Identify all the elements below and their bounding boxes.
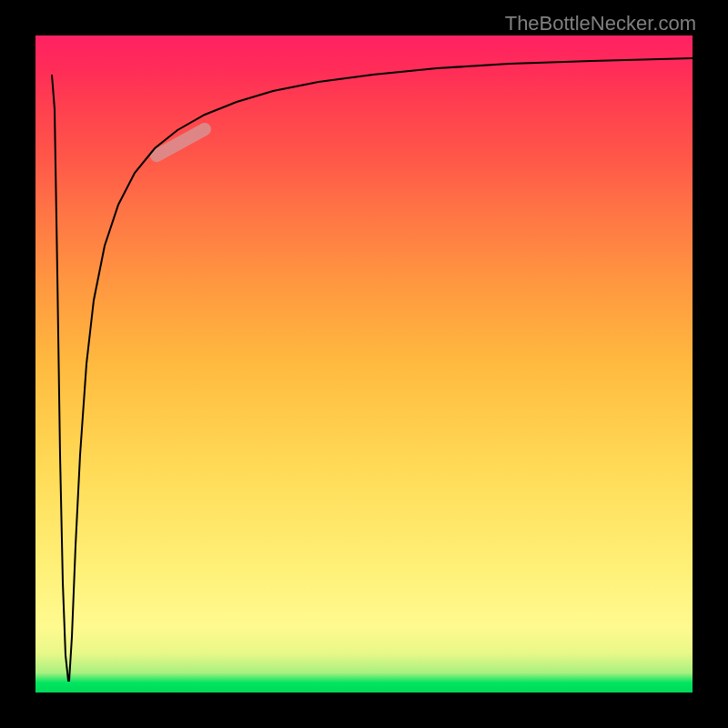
watermark-text: TheBottleNecker.com <box>505 12 696 35</box>
plot-area <box>35 35 693 693</box>
chart-container: TheBottleNecker.com <box>0 0 728 728</box>
